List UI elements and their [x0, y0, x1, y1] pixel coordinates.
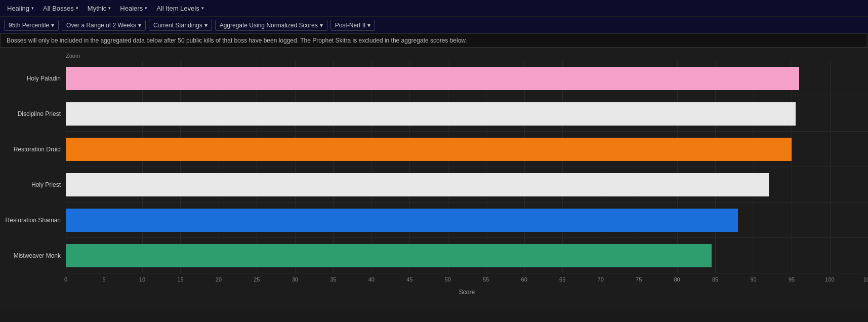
- chevron-down-icon: ▾: [201, 6, 204, 11]
- percentile-dropdown[interactable]: 95th Percentile ▾: [4, 20, 59, 31]
- chevron-down-icon: ▾: [108, 6, 111, 11]
- chart-rows: Holy PaladinDiscipline PriestRestoration…: [0, 61, 868, 273]
- grid-line: [792, 203, 792, 237]
- chevron-down-icon: ▾: [76, 6, 78, 11]
- bar-label: Holy Priest: [0, 181, 66, 188]
- chevron-down-icon: ▾: [367, 22, 370, 29]
- bar-row: Restoration Shaman: [0, 203, 868, 238]
- x-tick-label: 5: [102, 276, 105, 283]
- post-nerf-dropdown[interactable]: Post-Nerf II ▾: [330, 20, 376, 31]
- bar-row: Mistweaver Monk: [0, 238, 868, 273]
- notice-bar: Bosses will only be included in the aggr…: [0, 33, 868, 48]
- chart-container: Zoom Holy PaladinDiscipline PriestRestor…: [0, 48, 868, 311]
- x-tick-label: 15: [177, 276, 183, 283]
- x-tick-label: 50: [445, 276, 451, 283]
- chevron-down-icon: ▾: [204, 22, 208, 29]
- bar-label: Mistweaver Monk: [0, 252, 66, 259]
- aggregate-dropdown[interactable]: Aggregate Using Normalized Scores ▾: [215, 20, 327, 31]
- x-tick-label: 35: [330, 276, 336, 283]
- grid-line: [830, 61, 831, 96]
- bar-area: [66, 132, 868, 167]
- item-levels-dropdown[interactable]: All Item Levels ▾: [153, 4, 207, 13]
- grid-line: [754, 238, 754, 273]
- x-tick-label: 55: [483, 276, 489, 283]
- x-tick-label: 20: [216, 276, 222, 283]
- x-tick-label: 105: [863, 276, 868, 283]
- grid-line: [830, 132, 831, 167]
- grid-line: [792, 167, 792, 202]
- x-tick-label: 95: [789, 276, 795, 283]
- grid-line: [830, 203, 831, 237]
- x-tick-label: 75: [636, 276, 642, 283]
- grid-line: [830, 167, 831, 202]
- mythic-dropdown[interactable]: Mythic ▾: [85, 4, 114, 13]
- bar: [66, 102, 796, 126]
- x-tick-label: 70: [598, 276, 604, 283]
- chevron-down-icon: ▾: [320, 22, 323, 29]
- grid-line: [792, 132, 792, 167]
- x-tick-label: 25: [254, 276, 260, 283]
- bar-row: Discipline Priest: [0, 96, 868, 132]
- x-axis: 0510152025303540455055606570758085909510…: [66, 274, 868, 287]
- all-bosses-dropdown[interactable]: All Bosses ▾: [40, 4, 81, 13]
- grid-line: [754, 203, 754, 237]
- standings-dropdown[interactable]: Current Standings ▾: [149, 20, 212, 31]
- x-tick-label: 65: [559, 276, 565, 283]
- bar: [66, 138, 792, 161]
- x-tick-label: 0: [64, 276, 67, 283]
- range-dropdown[interactable]: Over a Range of 2 Weeks ▾: [62, 20, 146, 31]
- grid-line: [830, 96, 831, 131]
- chevron-down-icon: ▾: [145, 6, 147, 11]
- bar: [66, 244, 712, 267]
- top-navigation: Healing ▾ All Bosses ▾ Mythic ▾ Healers …: [0, 0, 868, 16]
- bar: [66, 209, 738, 232]
- healing-dropdown[interactable]: Healing ▾: [4, 4, 37, 13]
- bar: [66, 173, 769, 196]
- x-tick-label: 60: [521, 276, 527, 283]
- second-navigation: 95th Percentile ▾ Over a Range of 2 Week…: [0, 16, 868, 33]
- chevron-down-icon: ▾: [31, 6, 34, 11]
- x-axis-label: Score: [66, 289, 868, 296]
- x-tick-label: 10: [139, 276, 145, 283]
- bar-area: [66, 96, 868, 132]
- bar-area: [66, 167, 868, 203]
- x-tick-label: 100: [825, 276, 834, 283]
- bar: [66, 67, 799, 90]
- healers-dropdown[interactable]: Healers ▾: [117, 4, 150, 13]
- x-tick-label: 80: [674, 276, 680, 283]
- bar-label: Holy Paladin: [0, 75, 66, 82]
- bar-area: [66, 238, 868, 273]
- x-tick-label: 90: [750, 276, 756, 283]
- x-tick-label: 45: [406, 276, 412, 283]
- grid-line: [715, 238, 716, 273]
- bar-label: Restoration Druid: [0, 146, 66, 153]
- bar-row: Holy Paladin: [0, 61, 868, 96]
- bar-area: [66, 61, 868, 96]
- zoom-label: Zoom: [66, 53, 868, 59]
- chevron-down-icon: ▾: [51, 22, 54, 29]
- bar-label: Restoration Shaman: [0, 217, 66, 224]
- bar-area: [66, 203, 868, 238]
- x-tick-label: 30: [292, 276, 298, 283]
- bar-row: Holy Priest: [0, 167, 868, 203]
- grid-line: [830, 238, 831, 273]
- x-tick-label: 40: [368, 276, 375, 283]
- grid-line: [792, 238, 792, 273]
- bar-label: Discipline Priest: [0, 110, 66, 117]
- bar-row: Restoration Druid: [0, 132, 868, 167]
- chevron-down-icon: ▾: [138, 22, 141, 29]
- x-tick-label: 85: [712, 276, 718, 283]
